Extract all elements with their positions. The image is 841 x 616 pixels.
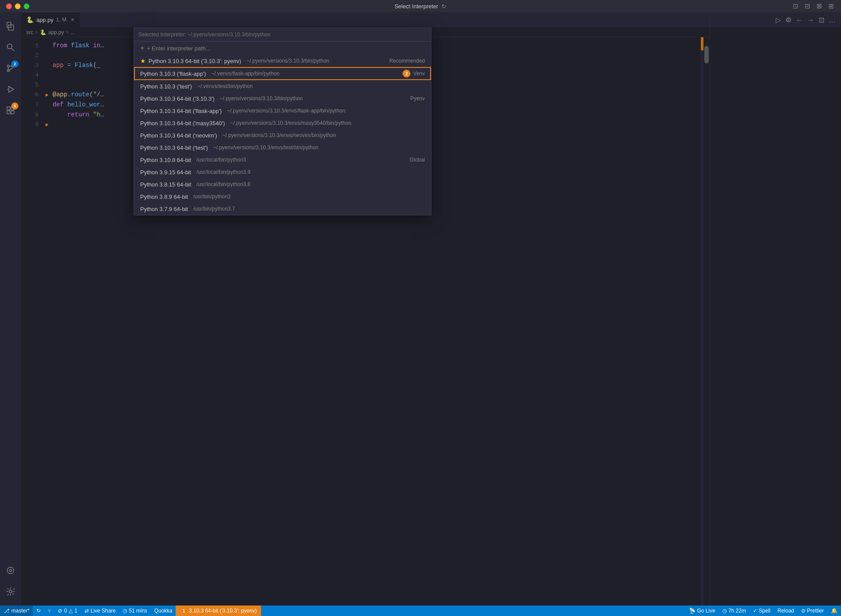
breadcrumb-file-icon: 🐍 [40,29,46,35]
scrollbar-thumb[interactable] [704,46,709,63]
titlebar-title: Select Interpreter ↻ [395,3,447,10]
tab-close-icon[interactable]: × [71,16,74,23]
tab-status: 1, M [56,17,66,23]
duration-label: 7h 22m [728,608,746,614]
item-pyenv-label: Python 3.10.3 64-bit ('3.10.3') [140,95,215,102]
activity-icon-explorer[interactable] [0,16,21,37]
branch-icon: ⎇ [4,608,10,614]
layout-icon-2[interactable]: ⊟ [805,2,810,10]
interpreter-item-3108[interactable]: Python 3.10.8 64-bit /usr/local/bin/pyth… [134,154,431,166]
time-icon: ◷ [123,608,127,614]
maximize-button[interactable] [24,4,29,9]
item-recommended-label: Python 3.10.3 64-bit ('3.10.3': pyenv) [148,58,241,64]
back-icon[interactable]: ← [796,16,803,24]
refresh-icon[interactable]: ↻ [442,3,446,10]
item-pyenv-tag: Pyenv [410,95,425,102]
titlebar: Select Interpreter ↻ ⊡ ⊟ ⊠ ⊞ [0,0,841,12]
add-interpreter-item[interactable]: + + Enter interpreter path... [134,42,431,55]
debug-icon[interactable]: ⚙ [785,16,792,24]
svg-point-15 [9,590,12,593]
run-icon[interactable]: ▷ [776,16,781,24]
breadcrumb-sep1: > [35,29,38,35]
status-bar: ⎇ master* ↻ ⑂ ⊘ 0 △ 1 ⇄ Live Share ◷ 51 … [0,605,841,616]
activity-icon-search[interactable] [0,37,21,58]
svg-rect-11 [7,111,10,114]
status-errors[interactable]: ⊘ 0 △ 1 [54,605,81,616]
interpreter-item-pyenv[interactable]: Python 3.10.3 64-bit ('3.10.3') ~/.pyenv… [134,92,431,105]
close-button[interactable] [6,4,12,9]
item-neovim-label: Python 3.10.3 64-bit ('neovim') [140,132,217,139]
split-icon[interactable]: ⊡ [819,16,824,24]
status-duration[interactable]: ◷ 7h 22m [719,605,749,616]
interpreter-popup: + + Enter interpreter path... ★ Python 3… [134,28,431,215]
activity-icon-source-control[interactable]: 2 [0,58,21,79]
item-recommended-path: ~/.pyenv/versions/3.10.3/bin/python [247,58,387,64]
titlebar-right: ⊡ ⊟ ⊠ ⊞ [793,2,841,10]
item-3915-path: /usr/local/bin/python3.9 [196,169,425,175]
activity-icon-settings[interactable] [0,581,21,602]
error-count: 0 [64,608,67,614]
interpreter-item-recommended[interactable]: ★ Python 3.10.3 64-bit ('3.10.3': pyenv)… [134,55,431,67]
scrollbar-track[interactable] [703,37,710,605]
interpreter-item-neovim[interactable]: Python 3.10.3 64-bit ('neovim') ~/.pyenv… [134,129,431,141]
status-left: ⎇ master* ↻ ⑂ ⊘ 0 △ 1 ⇄ Live Share ◷ 51 … [0,605,176,616]
golive-label: Go Live [697,608,715,614]
status-golive[interactable]: 📡 Go Live [686,605,719,616]
status-prettier[interactable]: ⊘ Prettier [798,605,827,616]
activity-icon-run[interactable] [0,79,21,100]
interpreter-search-input[interactable] [138,32,427,38]
interpreter-item-flask64[interactable]: Python 3.10.3 64-bit ('flask-app') ~/.py… [134,105,431,117]
item-389-path: /usr/bin/python3 [193,194,425,200]
activity-icon-extensions[interactable]: 6 [0,100,21,121]
changes-icon: ⑂ [48,608,51,614]
breadcrumb-filename[interactable]: app.py [48,29,64,35]
item-flask64-path: ~/.pyenv/versions/3.10.3/envs/flask-app/… [227,108,425,114]
status-branch[interactable]: ⎇ master* [0,605,33,616]
svg-marker-7 [9,86,14,92]
item-flask64-label: Python 3.10.3 64-bit ('flask-app') [140,108,222,114]
status-notification[interactable]: 🔔 [827,605,841,616]
interpreter-item-flask-app[interactable]: Python 3.10.3 ('flask-app') ~/.venvs/fla… [134,67,431,80]
status-reload[interactable]: Reload [774,605,798,616]
item-379-label: Python 3.7.9 64-bit [140,206,188,212]
status-center: 1 3.10.3 64-bit ('3.10.3': pyenv) [176,605,261,616]
status-quokka[interactable]: Quokka [151,605,176,616]
layout-icon-3[interactable]: ⊠ [816,2,822,10]
interpreter-item-masy[interactable]: Python 3.10.3 64-bit ('masy3540') ~/.pye… [134,117,431,129]
branch-name: master* [11,608,29,614]
interpreter-item-3915[interactable]: Python 3.9.15 64-bit /usr/local/bin/pyth… [134,166,431,178]
more-icon[interactable]: … [829,16,836,24]
interpreter-item-389[interactable]: Python 3.8.9 64-bit /usr/bin/python3 [134,190,431,203]
item-379-path: /usr/bin/python3.7 [193,206,425,212]
interpreter-item-test-pyenv[interactable]: Python 3.10.3 64-bit ('test') ~/.pyenv/v… [134,141,431,154]
breadcrumb-more[interactable]: ... [71,29,75,35]
add-interpreter-label: + Enter interpreter path... [147,45,210,52]
svg-point-13 [7,567,14,574]
item-3815-path: /usr/local/bin/python3.8 [196,181,425,187]
editor-tab-apppy[interactable]: 🐍 app.py 1, M × [21,12,80,27]
activity-icon-remote[interactable] [0,560,21,581]
item-test-path: ~/.venvs/test/bin/python [197,83,425,89]
status-interpreter-highlight[interactable]: 1 3.10.3 64-bit ('3.10.3': pyenv) [176,605,261,616]
liveshare-icon: ⇄ [85,608,89,614]
status-changes[interactable]: ⑂ [44,605,54,616]
interpreter-search-bar[interactable] [134,28,431,42]
traffic-lights [0,4,29,9]
status-time[interactable]: ◷ 51 mins [119,605,151,616]
title-text: Select Interpreter [395,3,438,10]
quokka-label: Quokka [154,608,172,614]
layout-icon-4[interactable]: ⊞ [828,2,834,10]
warning-count: 1 [74,608,78,614]
breadcrumb-src[interactable]: src [26,29,33,35]
forward-icon[interactable]: → [807,16,814,24]
minimize-button[interactable] [15,4,21,9]
activity-bar: 2 6 [0,12,21,605]
interpreter-item-test[interactable]: Python 3.10.3 ('test') ~/.venvs/test/bin… [134,80,431,92]
status-spell[interactable]: ✓ Spell [749,605,774,616]
status-sync[interactable]: ↻ [33,605,44,616]
interpreter-item-379[interactable]: Python 3.7.9 64-bit /usr/bin/python3.7 [134,203,431,215]
interpreter-item-3815[interactable]: Python 3.8.15 64-bit /usr/local/bin/pyth… [134,178,431,190]
warning-icon: △ [69,608,73,614]
layout-icon-1[interactable]: ⊡ [793,2,799,10]
status-liveshare[interactable]: ⇄ Live Share [81,605,119,616]
